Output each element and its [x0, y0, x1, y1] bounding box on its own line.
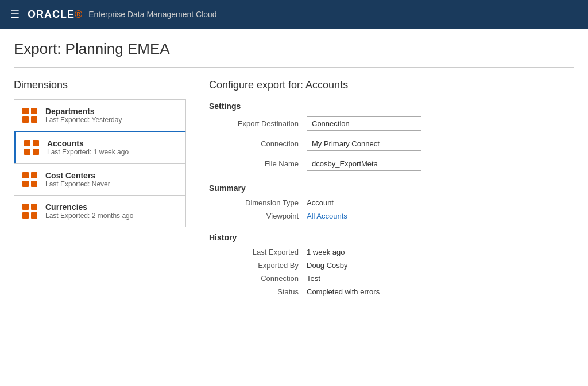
dimension-name-currencies: Currencies [45, 202, 133, 212]
divider [14, 67, 574, 68]
history-row-connection: Connection Test [209, 274, 574, 283]
settings-label: Settings [209, 102, 574, 111]
summary-label: Summary [209, 184, 574, 193]
dimension-type-value: Account [307, 198, 334, 207]
history-row-exported-by: Exported By Doug Cosby [209, 261, 574, 270]
history-connection-label: Connection [209, 274, 307, 283]
file-name-label: File Name [209, 159, 307, 168]
dimension-name-departments: Departments [45, 107, 122, 116]
settings-row-file-name: File Name dcosby_ExportMeta [209, 157, 574, 171]
connection-label: Connection [209, 139, 307, 148]
history-section: History Last Exported 1 week ago Exporte… [209, 233, 574, 296]
dimension-sub-cost-centers: Last Exported: Never [45, 180, 110, 188]
dimension-item-departments[interactable]: Departments Last Exported: Yesterday [14, 99, 186, 131]
export-destination-value[interactable]: Connection [307, 116, 421, 131]
file-name-value[interactable]: dcosby_ExportMeta [307, 157, 421, 171]
page-content: Export: Planning EMEA Dimensions Departm… [0, 29, 588, 312]
dimension-item-currencies[interactable]: Currencies Last Exported: 2 months ago [14, 195, 186, 227]
viewpoint-link[interactable]: All Accounts [307, 212, 347, 220]
settings-row-export-destination: Export Destination Connection [209, 116, 574, 131]
dimensions-panel: Dimensions Departments Last Exported: Ye… [14, 79, 186, 301]
menu-icon[interactable]: ☰ [10, 8, 20, 21]
status-value: Completed with errors [307, 287, 380, 296]
last-exported-value: 1 week ago [307, 248, 345, 256]
exported-by-label: Exported By [209, 261, 307, 270]
configure-panel: Configure export for: Accounts Settings … [209, 79, 574, 301]
dimension-name-accounts: Accounts [47, 139, 129, 148]
export-destination-label: Export Destination [209, 119, 307, 128]
main-layout: Dimensions Departments Last Exported: Ye… [14, 79, 574, 301]
dimension-sub-accounts: Last Exported: 1 week ago [47, 148, 129, 156]
summary-row-dimension-type: Dimension Type Account [209, 198, 574, 207]
summary-section: Summary Dimension Type Account Viewpoint… [209, 184, 574, 220]
history-row-status: Status Completed with errors [209, 287, 574, 296]
history-label: History [209, 233, 574, 242]
settings-section: Settings Export Destination Connection C… [209, 102, 574, 171]
dimension-icon-currencies [22, 204, 37, 219]
last-exported-label: Last Exported [209, 248, 307, 256]
page-title: Export: Planning EMEA [14, 40, 574, 58]
history-connection-value: Test [307, 274, 320, 283]
oracle-logo: ORACLE® [28, 9, 83, 21]
dimension-name-cost-centers: Cost Centers [45, 171, 110, 180]
dimension-item-accounts[interactable]: Accounts Last Exported: 1 week ago [14, 131, 186, 164]
settings-row-connection: Connection My Primary Connect [209, 137, 574, 151]
viewpoint-label: Viewpoint [209, 212, 307, 220]
dimension-icon-departments [22, 108, 37, 123]
exported-by-value: Doug Cosby [307, 261, 348, 270]
configure-title: Configure export for: Accounts [209, 79, 574, 91]
oracle-logo-dot: ® [75, 9, 83, 20]
dimensions-title: Dimensions [14, 79, 186, 91]
dimension-list: Departments Last Exported: Yesterday Acc… [14, 99, 186, 227]
dimension-type-label: Dimension Type [209, 198, 307, 207]
app-title: Enterprise Data Management Cloud [88, 10, 216, 19]
dimension-item-cost-centers[interactable]: Cost Centers Last Exported: Never [14, 163, 186, 196]
app-header: ☰ ORACLE® Enterprise Data Management Clo… [0, 0, 588, 29]
connection-value[interactable]: My Primary Connect [307, 137, 421, 151]
dimension-icon-cost-centers [22, 172, 37, 187]
status-label: Status [209, 287, 307, 296]
dimension-icon-accounts [24, 140, 39, 155]
summary-row-viewpoint: Viewpoint All Accounts [209, 212, 574, 220]
dimension-sub-currencies: Last Exported: 2 months ago [45, 212, 133, 220]
history-row-last-exported: Last Exported 1 week ago [209, 248, 574, 256]
dimension-sub-departments: Last Exported: Yesterday [45, 116, 122, 124]
